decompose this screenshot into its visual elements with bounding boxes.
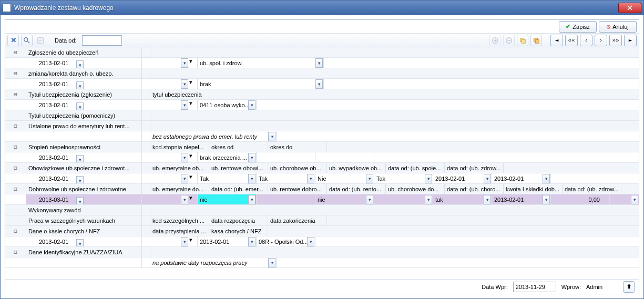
dropdown-icon[interactable]: ▾ [189,100,192,106]
cell-value[interactable]: ub. społ. i zdrow. [200,60,243,66]
up-button[interactable]: ⬆ [623,281,635,293]
column-header: okres do [268,142,327,152]
data-od-input[interactable] [82,35,122,46]
cell-value[interactable]: Tak [200,176,209,182]
dropdown-icon[interactable]: ▾ [425,195,432,204]
form-button[interactable] [35,35,46,46]
cell-value[interactable]: 2013-02-01 [200,239,229,245]
first-page-button[interactable]: ◄ [550,35,563,46]
dropdown-icon[interactable]: ▾ [181,153,188,162]
dropdown-icon[interactable]: ▾ [315,79,323,89]
cell-value[interactable]: 2013-02-01 [39,239,68,245]
tree-toggle[interactable]: ⊟ [14,122,17,129]
dropdown-icon[interactable]: ▾ [181,79,188,89]
dropdown-icon[interactable]: ▾ [189,79,192,85]
cell-value[interactable]: 2013-02-01 [39,176,68,182]
cell-value[interactable]: 2013-02-01 [435,176,465,182]
tree-toggle[interactable]: ⊟ [14,228,17,234]
dropdown-icon[interactable]: ▾ [76,176,84,184]
dropdown-icon[interactable]: ▾ [366,195,373,204]
copy1-button[interactable] [517,35,528,46]
dropdown-icon[interactable]: ▾ [76,239,84,247]
cell-value[interactable]: 2013-02-01 [39,102,68,108]
cell-value[interactable]: Nie [318,176,326,182]
check-icon: ✔ [566,23,570,30]
dropdown-icon[interactable]: ▾ [543,195,550,204]
column-header: ub. chorobowe do... [386,184,445,194]
cell-value[interactable]: brak [200,81,211,87]
cell-value[interactable]: nie [200,197,208,203]
cell-value[interactable]: 2013-02-01 [39,81,68,87]
dropdown-icon[interactable]: ▾ [76,155,84,163]
save-button[interactable]: ✔ Zapisz [559,21,597,33]
cell-value[interactable]: nie [318,197,325,203]
dropdown-icon[interactable]: ▾ [543,174,550,183]
cell-value[interactable]: 0,00 [589,197,600,203]
cell-value[interactable]: 2013-02-01 [494,176,524,182]
dropdown-icon[interactable]: ▾ [366,174,373,183]
data-wpr-input[interactable] [513,282,556,292]
dropdown-icon[interactable]: ▾ [181,174,188,183]
dropdown-icon[interactable]: ▾ [484,174,491,183]
fast-fwd-button[interactable]: »» [609,35,622,46]
cell-value[interactable]: na podstawie daty rozpoczęcia pracy [152,260,247,266]
cell-value[interactable]: 08R - Opolski Od... [259,239,308,245]
cell-value[interactable]: brak orzeczenia ... [200,154,247,161]
grid-section: ⊟ Ustalone prawo do emerytury lub rent..… [5,121,639,131]
dropdown-icon[interactable]: ▾ [268,132,275,141]
tree-toggle[interactable]: ⊟ [14,164,17,171]
dropdown-icon[interactable]: ▾ [181,237,188,246]
dropdown-icon[interactable]: ▾ [189,194,192,201]
cell-value[interactable]: 0411 osoba wyko... [200,102,250,108]
dropdown-icon[interactable]: ▾ [248,153,255,162]
tree-toggle[interactable]: ⊟ [14,49,17,56]
cell-value[interactable]: 2013-02-01 [39,154,68,161]
dropdown-icon[interactable]: ▾ [248,174,255,183]
cell-value[interactable]: 2013-02-01 [39,60,68,66]
dropdown-icon[interactable]: ▾ [76,102,84,110]
dropdown-icon[interactable]: ▾ [315,58,323,68]
tree-toggle[interactable]: ⊟ [14,91,17,98]
close-button[interactable] [618,3,641,13]
tree-toggle[interactable]: ⊟ [14,143,17,150]
dropdown-icon[interactable]: ▾ [307,237,314,246]
dropdown-icon[interactable]: ▾ [76,60,84,68]
tree-toggle[interactable]: ⊟ [14,249,17,255]
cancel-button[interactable]: ⦸ Anuluj [599,21,637,33]
cell-value[interactable]: tak [435,197,443,203]
dropdown-icon[interactable]: ▾ [189,236,192,243]
copy2-button[interactable] [530,35,542,46]
dropdown-icon[interactable]: ▾ [189,173,192,180]
next-button[interactable]: › [595,35,607,46]
dropdown-icon[interactable]: ▾ [484,195,491,204]
cell-value[interactable]: Tak [376,176,385,182]
dropdown-icon[interactable]: ▾ [248,100,255,110]
cell-value[interactable]: bez ustalonego prawa do emer. lub renty [152,133,257,140]
dropdown-icon[interactable]: ▾ [631,195,638,204]
tools-button[interactable] [7,35,19,46]
dropdown-icon[interactable]: ▾ [76,197,84,205]
prev-button[interactable]: ‹ [580,35,592,46]
tree-toggle[interactable]: ⊟ [14,70,17,77]
cell-value[interactable]: Tak [259,176,268,182]
dropdown-icon[interactable]: ▾ [189,58,192,64]
dropdown-icon[interactable]: ▾ [248,237,255,246]
dropdown-icon[interactable]: ▾ [181,58,188,68]
dropdown-icon[interactable]: ▾ [181,195,188,204]
dropdown-icon[interactable]: ▾ [248,195,255,204]
add-button[interactable] [489,35,501,46]
dropdown-icon[interactable]: ▾ [181,100,188,110]
dropdown-icon[interactable]: ▾ [189,152,192,159]
grid-row: 2013-02-01▾ ▾ ▾ 2013-02-01▾ 08R - Opolsk… [5,236,639,247]
cell-value[interactable]: 2013-03-01 [39,197,68,203]
tree-toggle[interactable]: ⊟ [14,185,17,192]
dropdown-icon[interactable]: ▾ [268,258,275,267]
dropdown-icon[interactable]: ▾ [425,174,432,183]
fast-back-button[interactable]: «« [565,35,578,46]
dropdown-icon[interactable]: ▾ [76,81,84,89]
search-button[interactable] [21,35,33,46]
remove-button[interactable] [503,35,515,46]
last-page-button[interactable]: ► [624,35,637,46]
cell-value[interactable]: 2013-02-01 [494,197,524,203]
dropdown-icon[interactable]: ▾ [307,174,314,183]
